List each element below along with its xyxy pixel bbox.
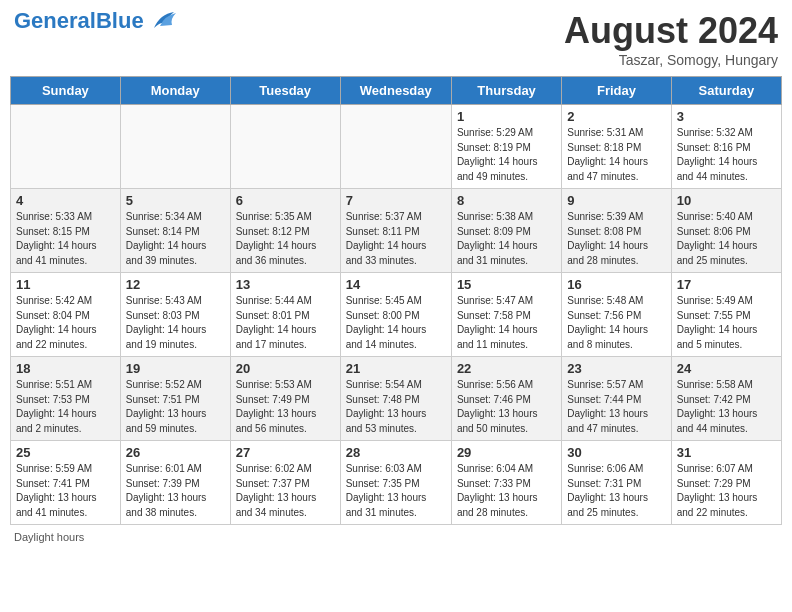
day-info: Sunrise: 5:52 AM Sunset: 7:51 PM Dayligh… [126,378,225,436]
page-header: GeneralBlue August 2024 Taszar, Somogy, … [10,10,782,68]
day-info: Sunrise: 5:35 AM Sunset: 8:12 PM Dayligh… [236,210,335,268]
day-number: 25 [16,445,115,460]
day-info: Sunrise: 5:56 AM Sunset: 7:46 PM Dayligh… [457,378,556,436]
day-info: Sunrise: 6:03 AM Sunset: 7:35 PM Dayligh… [346,462,446,520]
day-info: Sunrise: 5:54 AM Sunset: 7:48 PM Dayligh… [346,378,446,436]
day-number: 28 [346,445,446,460]
day-info: Sunrise: 5:40 AM Sunset: 8:06 PM Dayligh… [677,210,776,268]
calendar-day-cell: 29Sunrise: 6:04 AM Sunset: 7:33 PM Dayli… [451,441,561,525]
calendar-day-cell: 20Sunrise: 5:53 AM Sunset: 7:49 PM Dayli… [230,357,340,441]
calendar-day-header: Thursday [451,77,561,105]
day-number: 20 [236,361,335,376]
day-info: Sunrise: 5:57 AM Sunset: 7:44 PM Dayligh… [567,378,665,436]
day-number: 9 [567,193,665,208]
day-info: Sunrise: 6:04 AM Sunset: 7:33 PM Dayligh… [457,462,556,520]
calendar-day-cell: 4Sunrise: 5:33 AM Sunset: 8:15 PM Daylig… [11,189,121,273]
calendar-day-cell: 6Sunrise: 5:35 AM Sunset: 8:12 PM Daylig… [230,189,340,273]
calendar-day-cell: 11Sunrise: 5:42 AM Sunset: 8:04 PM Dayli… [11,273,121,357]
daylight-label: Daylight hours [14,531,84,543]
day-number: 17 [677,277,776,292]
calendar-day-cell: 21Sunrise: 5:54 AM Sunset: 7:48 PM Dayli… [340,357,451,441]
day-number: 19 [126,361,225,376]
day-info: Sunrise: 5:31 AM Sunset: 8:18 PM Dayligh… [567,126,665,184]
day-number: 8 [457,193,556,208]
day-info: Sunrise: 5:34 AM Sunset: 8:14 PM Dayligh… [126,210,225,268]
day-number: 16 [567,277,665,292]
calendar-day-cell: 16Sunrise: 5:48 AM Sunset: 7:56 PM Dayli… [562,273,671,357]
day-number: 7 [346,193,446,208]
calendar-day-cell: 24Sunrise: 5:58 AM Sunset: 7:42 PM Dayli… [671,357,781,441]
calendar-day-cell: 7Sunrise: 5:37 AM Sunset: 8:11 PM Daylig… [340,189,451,273]
calendar-day-cell: 27Sunrise: 6:02 AM Sunset: 7:37 PM Dayli… [230,441,340,525]
day-number: 26 [126,445,225,460]
calendar-day-cell: 3Sunrise: 5:32 AM Sunset: 8:16 PM Daylig… [671,105,781,189]
day-info: Sunrise: 5:37 AM Sunset: 8:11 PM Dayligh… [346,210,446,268]
calendar-day-cell [11,105,121,189]
calendar-week-row: 18Sunrise: 5:51 AM Sunset: 7:53 PM Dayli… [11,357,782,441]
calendar-day-cell: 31Sunrise: 6:07 AM Sunset: 7:29 PM Dayli… [671,441,781,525]
day-info: Sunrise: 5:51 AM Sunset: 7:53 PM Dayligh… [16,378,115,436]
day-info: Sunrise: 6:06 AM Sunset: 7:31 PM Dayligh… [567,462,665,520]
day-info: Sunrise: 5:29 AM Sunset: 8:19 PM Dayligh… [457,126,556,184]
calendar-day-cell: 2Sunrise: 5:31 AM Sunset: 8:18 PM Daylig… [562,105,671,189]
logo-bird-icon [146,10,178,32]
day-number: 2 [567,109,665,124]
day-number: 29 [457,445,556,460]
day-number: 15 [457,277,556,292]
day-number: 21 [346,361,446,376]
calendar-day-cell: 1Sunrise: 5:29 AM Sunset: 8:19 PM Daylig… [451,105,561,189]
calendar-day-cell: 10Sunrise: 5:40 AM Sunset: 8:06 PM Dayli… [671,189,781,273]
month-title: August 2024 [564,10,778,52]
calendar-header-row: SundayMondayTuesdayWednesdayThursdayFrid… [11,77,782,105]
calendar-week-row: 11Sunrise: 5:42 AM Sunset: 8:04 PM Dayli… [11,273,782,357]
calendar-week-row: 25Sunrise: 5:59 AM Sunset: 7:41 PM Dayli… [11,441,782,525]
calendar-day-cell: 26Sunrise: 6:01 AM Sunset: 7:39 PM Dayli… [120,441,230,525]
day-number: 3 [677,109,776,124]
calendar-day-cell: 12Sunrise: 5:43 AM Sunset: 8:03 PM Dayli… [120,273,230,357]
day-number: 30 [567,445,665,460]
day-number: 5 [126,193,225,208]
calendar-day-header: Friday [562,77,671,105]
calendar-day-cell: 5Sunrise: 5:34 AM Sunset: 8:14 PM Daylig… [120,189,230,273]
day-info: Sunrise: 5:44 AM Sunset: 8:01 PM Dayligh… [236,294,335,352]
calendar-week-row: 1Sunrise: 5:29 AM Sunset: 8:19 PM Daylig… [11,105,782,189]
day-number: 23 [567,361,665,376]
calendar-day-cell: 8Sunrise: 5:38 AM Sunset: 8:09 PM Daylig… [451,189,561,273]
location-subtitle: Taszar, Somogy, Hungary [564,52,778,68]
day-info: Sunrise: 6:02 AM Sunset: 7:37 PM Dayligh… [236,462,335,520]
calendar-day-cell: 18Sunrise: 5:51 AM Sunset: 7:53 PM Dayli… [11,357,121,441]
calendar-day-header: Sunday [11,77,121,105]
calendar-day-cell: 30Sunrise: 6:06 AM Sunset: 7:31 PM Dayli… [562,441,671,525]
calendar-day-cell: 13Sunrise: 5:44 AM Sunset: 8:01 PM Dayli… [230,273,340,357]
day-info: Sunrise: 5:38 AM Sunset: 8:09 PM Dayligh… [457,210,556,268]
calendar-day-cell: 22Sunrise: 5:56 AM Sunset: 7:46 PM Dayli… [451,357,561,441]
calendar-table: SundayMondayTuesdayWednesdayThursdayFrid… [10,76,782,525]
calendar-day-cell: 14Sunrise: 5:45 AM Sunset: 8:00 PM Dayli… [340,273,451,357]
day-info: Sunrise: 5:59 AM Sunset: 7:41 PM Dayligh… [16,462,115,520]
calendar-day-cell: 15Sunrise: 5:47 AM Sunset: 7:58 PM Dayli… [451,273,561,357]
calendar-day-header: Wednesday [340,77,451,105]
calendar-day-cell [120,105,230,189]
day-info: Sunrise: 5:48 AM Sunset: 7:56 PM Dayligh… [567,294,665,352]
day-number: 1 [457,109,556,124]
calendar-day-cell: 9Sunrise: 5:39 AM Sunset: 8:08 PM Daylig… [562,189,671,273]
day-info: Sunrise: 6:01 AM Sunset: 7:39 PM Dayligh… [126,462,225,520]
calendar-day-cell [230,105,340,189]
footer-note: Daylight hours [10,531,782,543]
title-area: August 2024 Taszar, Somogy, Hungary [564,10,778,68]
day-number: 22 [457,361,556,376]
calendar-day-cell: 25Sunrise: 5:59 AM Sunset: 7:41 PM Dayli… [11,441,121,525]
day-info: Sunrise: 5:39 AM Sunset: 8:08 PM Dayligh… [567,210,665,268]
day-info: Sunrise: 5:47 AM Sunset: 7:58 PM Dayligh… [457,294,556,352]
day-info: Sunrise: 5:49 AM Sunset: 7:55 PM Dayligh… [677,294,776,352]
calendar-day-cell: 28Sunrise: 6:03 AM Sunset: 7:35 PM Dayli… [340,441,451,525]
day-number: 11 [16,277,115,292]
day-number: 13 [236,277,335,292]
day-number: 14 [346,277,446,292]
day-number: 4 [16,193,115,208]
day-info: Sunrise: 5:53 AM Sunset: 7:49 PM Dayligh… [236,378,335,436]
day-info: Sunrise: 5:43 AM Sunset: 8:03 PM Dayligh… [126,294,225,352]
calendar-day-header: Monday [120,77,230,105]
calendar-day-cell: 17Sunrise: 5:49 AM Sunset: 7:55 PM Dayli… [671,273,781,357]
calendar-day-header: Saturday [671,77,781,105]
